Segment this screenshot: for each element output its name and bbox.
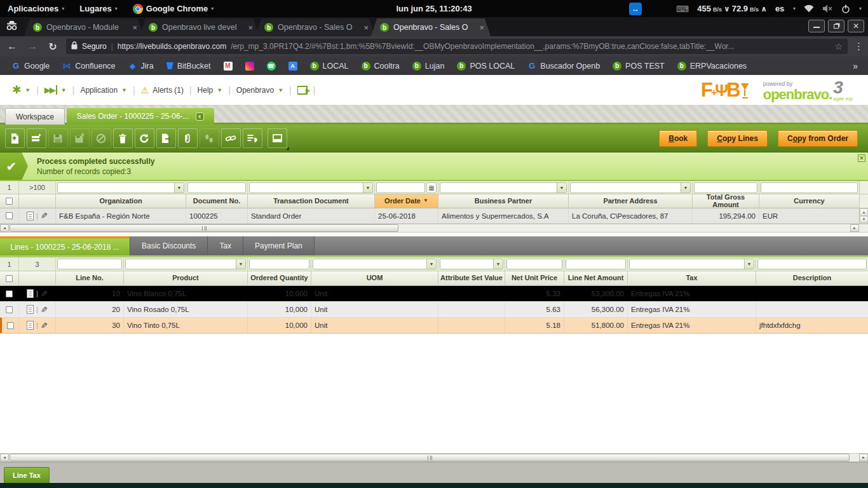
row-checkbox[interactable] — [0, 318, 19, 333]
bookmark-translate[interactable]: A — [283, 60, 302, 72]
cell-net-unit-price[interactable]: 5.63 — [505, 302, 564, 317]
bookmark-local[interactable]: bLOCAL — [305, 60, 354, 72]
browser-tab-3[interactable]: b Openbravo - Sales O × — [255, 18, 375, 36]
cell-partner-address[interactable]: La Coruña, C\Pescadores, 87 — [569, 208, 693, 223]
line-net-amount-filter-input[interactable] — [566, 259, 626, 269]
cell-description[interactable] — [756, 302, 868, 317]
column-header-total-gross[interactable]: Total Gross Amount — [693, 194, 759, 208]
link-button[interactable] — [221, 128, 241, 148]
cell-tax[interactable]: Entregas IVA 21% — [628, 318, 756, 333]
chevron-down-icon[interactable]: ▼ — [363, 183, 372, 193]
bookmark-buscador[interactable]: GBuscador Openb — [522, 60, 605, 72]
cell-net-unit-price[interactable]: 5.33 — [505, 286, 564, 301]
line-no-filter-input[interactable] — [57, 259, 122, 269]
scroll-left-icon[interactable]: ◂ — [0, 224, 9, 232]
form-view-icon[interactable] — [27, 305, 34, 314]
order-row[interactable]: |✎ F&B España - Región Norte 1000225 Sta… — [0, 208, 868, 224]
cell-line-no[interactable]: 20 — [56, 302, 124, 317]
help-menu[interactable]: Help▼ — [192, 86, 229, 95]
reload-button[interactable]: ↻ — [46, 41, 60, 53]
cell-attribute[interactable] — [438, 318, 505, 333]
cell-product[interactable]: Vino Tinto 0,75L — [124, 318, 248, 333]
lines-grid-hscrollbar[interactable]: ◂ ▸ — [0, 453, 868, 462]
form-view-icon[interactable] — [27, 321, 34, 330]
cell-currency[interactable]: EUR — [759, 208, 859, 223]
net-unit-price-filter-input[interactable] — [506, 259, 562, 269]
column-header-attribute[interactable]: Attribute Set Value — [438, 271, 505, 285]
business-partner-filter-input[interactable]: ▼ — [440, 182, 567, 193]
process-button[interactable] — [243, 128, 262, 148]
column-header-uom[interactable]: UOM — [311, 271, 438, 285]
column-header-order-date-sorted[interactable]: Order Date▼ — [375, 194, 438, 208]
bookmarks-overflow-button[interactable]: » — [849, 61, 862, 71]
tab-basic-discounts[interactable]: Basic Discounts — [130, 236, 208, 255]
product-filter-input[interactable]: ▼ — [125, 259, 246, 269]
row-checkbox[interactable] — [0, 302, 19, 317]
tab-close-icon[interactable]: × — [132, 23, 137, 32]
scroll-up-icon[interactable]: ▲ — [860, 208, 868, 216]
cell-line-no[interactable]: 10 — [56, 286, 124, 301]
cell-product[interactable]: Vino Blanco 0,75L — [124, 286, 248, 301]
cell-business-partner[interactable]: Alimentos y Supermercados, S.A — [438, 208, 569, 223]
message-close-icon[interactable]: ✕ — [858, 154, 865, 162]
attachments-button[interactable] — [178, 128, 198, 148]
refresh-button[interactable] — [135, 128, 154, 148]
line-row-30-selected[interactable]: |✎ 30 Vino Tinto 0,75L 10,000 Unit 5.18 … — [0, 318, 868, 334]
tax-filter-input[interactable]: ▼ — [629, 259, 754, 269]
undo-button[interactable] — [92, 128, 111, 148]
scroll-left-icon[interactable]: ◂ — [0, 454, 9, 461]
power-icon[interactable] — [841, 4, 851, 14]
cell-uom[interactable]: Unit — [311, 286, 438, 301]
bookmark-cooltra[interactable]: bCooltra — [356, 60, 405, 72]
column-header-currency[interactable]: Currency — [759, 194, 859, 208]
column-header-line-no[interactable]: Line No. — [56, 271, 124, 285]
partner-address-filter-input[interactable]: ▼ — [570, 182, 691, 193]
audit-trail-button[interactable] — [200, 128, 219, 148]
row-checkbox[interactable] — [0, 208, 19, 223]
tab-close-icon[interactable]: × — [363, 23, 369, 32]
tab-sales-order-active[interactable]: Sales Order - 1000225 - 25-06-... x — [67, 108, 214, 125]
delete-button[interactable] — [113, 128, 133, 148]
chevron-down-icon[interactable]: ▼ — [426, 259, 436, 269]
tab-close-icon[interactable]: x — [196, 112, 204, 121]
cell-line-net-amount[interactable]: 51,800.00 — [564, 318, 628, 333]
cell-tax[interactable]: Entregas IVA 21% — [628, 302, 756, 317]
edit-pencil-icon[interactable]: ✎ — [41, 305, 48, 315]
bookmark-instagram[interactable] — [240, 60, 259, 72]
cell-order-date[interactable]: 25-06-2018 — [375, 208, 438, 223]
minimize-button[interactable] — [808, 20, 825, 32]
workspace-menu[interactable]: ✱▼ — [6, 83, 36, 97]
bookmark-jira[interactable]: ◆Jira — [123, 60, 159, 72]
cell-line-net-amount[interactable]: 56,300.00 — [564, 302, 628, 317]
application-menu[interactable]: Application▼ — [74, 86, 133, 95]
uom-filter-input[interactable]: ▼ — [313, 259, 437, 269]
cell-tax[interactable]: Entregas IVA 21% — [628, 286, 756, 301]
scroll-down-icon[interactable]: ▼ — [860, 216, 868, 224]
close-button[interactable]: ✕ — [848, 20, 864, 32]
browser-menu-icon[interactable]: ⋮ — [854, 41, 863, 52]
save-close-button[interactable] — [70, 128, 90, 148]
browser-tab-2[interactable]: b Openbravo live devel × — [140, 18, 259, 36]
order-grid-hscrollbar[interactable]: ◂ ▸ — [0, 224, 868, 233]
new-row-button[interactable] — [27, 128, 46, 148]
edit-pencil-icon[interactable]: ✎ — [41, 321, 48, 330]
column-header-tax[interactable]: Tax — [628, 271, 756, 285]
column-header-partner-address[interactable]: Partner Address — [569, 194, 693, 208]
cell-ordered-quantity[interactable]: 10,000 — [248, 318, 311, 333]
cell-attribute[interactable] — [438, 286, 505, 301]
column-header-organization[interactable]: Organization — [56, 194, 186, 208]
bookmark-pos-test[interactable]: bPOS TEST — [607, 60, 670, 72]
network-speed[interactable]: 455B/s ∨ 72.9B/s ∧ — [697, 4, 767, 13]
browser-tab-1[interactable]: b Openbravo - Module × — [24, 18, 144, 36]
cell-total-gross[interactable]: 195,294.00 — [693, 208, 759, 223]
cell-line-no[interactable]: 30 — [56, 318, 124, 333]
cell-net-unit-price[interactable]: 5.18 — [505, 318, 564, 333]
chevron-down-icon[interactable]: ▼ — [557, 183, 566, 193]
column-header-line-net-amount[interactable]: Line Net Amount — [564, 271, 628, 285]
keyboard-layout-menu[interactable]: es ▾ — [775, 4, 796, 13]
ordered-quantity-filter-input[interactable] — [249, 259, 309, 269]
quick-launch-menu[interactable]: ▶▶▼ — [39, 85, 72, 95]
cell-attribute[interactable] — [438, 302, 505, 317]
scrollbar-thumb[interactable] — [10, 454, 850, 461]
tab-close-icon[interactable]: × — [479, 23, 484, 32]
